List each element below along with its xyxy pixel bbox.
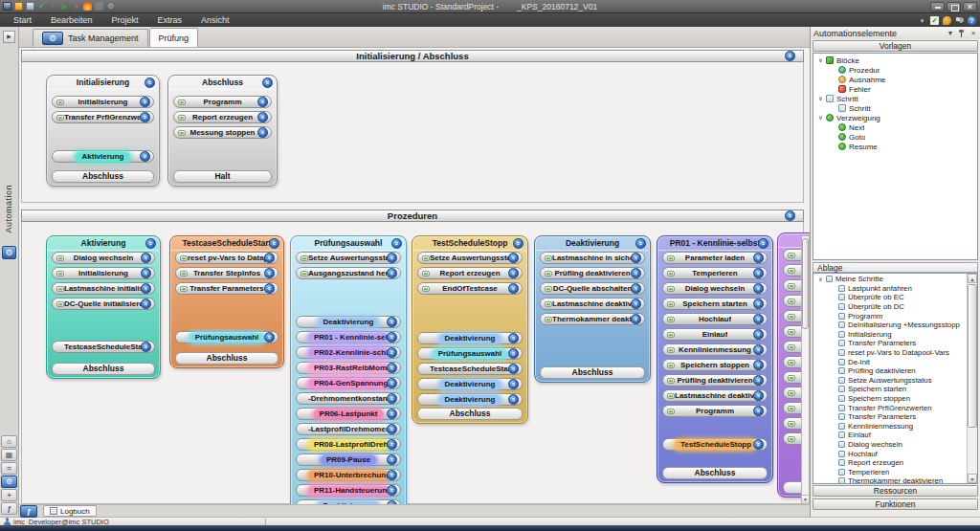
feedback-icon[interactable] <box>943 16 951 25</box>
chevron-down-icon[interactable] <box>753 439 764 450</box>
tree-item[interactable]: Prozedur <box>813 65 977 75</box>
panel-icon[interactable] <box>1 449 17 461</box>
step-lastmaschine-deaktivieren[interactable]: Lastmaschine deaktivieren <box>540 298 645 310</box>
tree-item[interactable]: Prüfling deaktivieren <box>813 366 967 376</box>
chevron-down-icon[interactable] <box>387 439 397 450</box>
chevron-down-icon[interactable] <box>141 283 151 294</box>
chevron-down-icon[interactable] <box>391 238 402 249</box>
connect-icon[interactable] <box>95 2 103 11</box>
step-deaktivierung[interactable]: Deaktivierung <box>296 499 401 504</box>
tree-item[interactable]: Setze Auswertungsstatus <box>813 376 967 386</box>
step-lastmaschine-deaktivieren[interactable]: Lastmaschine deaktivieren <box>662 389 768 402</box>
chevron-down-icon[interactable] <box>508 253 519 263</box>
step-initialisierung[interactable]: Initialisierung <box>52 267 155 279</box>
block-pr01-kennlinie-selbst[interactable]: PR01 - Kennlinie-selbstParameter ladenTe… <box>657 235 773 483</box>
step-speichern-starten[interactable]: Speichern starten <box>662 298 768 310</box>
block-aktivierung[interactable]: AktivierungDialog wechselnInitialisierun… <box>46 235 161 379</box>
chevron-down-icon[interactable] <box>753 299 764 309</box>
step-pr01-kennlinie-selbst[interactable]: PR01 - Kennlinie-selbst <box>296 331 401 343</box>
expander-icon[interactable]: ∨ <box>815 114 826 122</box>
chevron-down-icon[interactable] <box>785 210 795 221</box>
chevron-down-icon[interactable] <box>141 299 151 309</box>
step-report-erzeugen[interactable]: Report erzeugen <box>173 111 272 123</box>
chevron-down-icon[interactable] <box>753 268 764 278</box>
step-lastmaschine-in-sicheren-zustand[interactable]: Lastmaschine in sicheren Zustand <box>540 252 645 264</box>
tree-item[interactable]: Next <box>813 122 977 132</box>
step-lastprofildrehmoment[interactable]: -LastprofilDrehmoment <box>296 423 401 435</box>
menu-extras[interactable]: Extras <box>148 15 192 25</box>
chevron-down-icon[interactable] <box>264 253 275 263</box>
step-deaktivierung[interactable]: Deaktivierung <box>296 316 401 328</box>
block-testschedulestopp[interactable]: TestScheduleStoppSetze Auswertungsstatus… <box>412 235 528 424</box>
expand-arrow-icon[interactable]: ▶ <box>3 31 15 43</box>
scroll-thumb[interactable] <box>968 284 977 428</box>
step-testschedulestopp[interactable]: TestScheduleStopp <box>662 438 768 451</box>
automation-icon[interactable] <box>1 476 17 488</box>
step-prüfling-deaktivieren[interactable]: Prüfling deaktivieren <box>540 267 645 279</box>
validation-icon[interactable] <box>930 16 939 25</box>
step-dialog-wechseln[interactable]: Dialog wechseln <box>52 252 155 264</box>
chevron-down-icon[interactable] <box>145 77 155 88</box>
chevron-down-icon[interactable] <box>387 500 397 504</box>
tree-item[interactable]: Transfer Parameters <box>813 412 967 422</box>
chevron-down-icon[interactable] <box>262 77 273 88</box>
chevron-down-icon[interactable] <box>387 268 397 278</box>
dataproc-icon[interactable] <box>1 489 17 501</box>
chevron-down-icon[interactable] <box>141 253 151 263</box>
chevron-down-icon[interactable] <box>753 390 764 401</box>
automation-icon[interactable] <box>2 246 16 259</box>
tree-item[interactable]: Thermokammer deaktivieren <box>813 476 967 483</box>
canvas-scrollbar[interactable]: ▼ <box>801 235 810 504</box>
expander-icon[interactable]: ∨ <box>815 56 826 64</box>
step-setze-auswertungsstatus[interactable]: Setze Auswertungsstatus <box>417 252 523 264</box>
tab-prüfung[interactable]: Prüfung <box>149 28 199 47</box>
chevron-down-icon[interactable] <box>753 253 764 263</box>
chevron-down-icon[interactable] <box>387 332 397 343</box>
step-prüfungsauswahl[interactable]: Prüfungsauswahl <box>175 331 278 343</box>
vorlagen-button[interactable]: Vorlagen <box>813 40 978 52</box>
ablage-scrollbar[interactable]: ▲ ▼ <box>967 274 977 483</box>
chevron-down-icon[interactable] <box>387 317 397 327</box>
tree-item[interactable]: Ausnahme <box>813 75 977 84</box>
tree-item[interactable]: Transfer Parameters <box>813 339 967 348</box>
step-parameter-laden[interactable]: Parameter laden <box>662 252 768 264</box>
panel-chevron-icon[interactable] <box>918 16 926 25</box>
chevron-down-icon[interactable] <box>387 253 397 263</box>
tree-item[interactable]: Initialisierung <box>813 330 967 340</box>
chevron-down-icon[interactable] <box>753 314 764 324</box>
chevron-down-icon[interactable] <box>387 485 397 496</box>
step-initialisierung[interactable]: Initialisierung <box>52 96 154 108</box>
step-einlauf[interactable]: Einlauf <box>662 328 768 341</box>
screen-icon[interactable] <box>3 2 11 11</box>
block-abschluss[interactable]: AbschlussProgrammReport erzeugenMessung … <box>167 75 278 187</box>
ressourcen-button[interactable]: Ressourcen <box>813 485 978 497</box>
play-icon[interactable] <box>60 2 69 11</box>
step-ausgangszustand-herstellen[interactable]: Ausgangszustand herstellen <box>296 267 401 279</box>
scroll-down-icon[interactable]: ▼ <box>802 495 809 503</box>
step-setze-auswertungsstatus[interactable]: Setze Auswertungsstatus <box>296 252 401 264</box>
step-deaktivierung[interactable]: Deaktivierung <box>417 378 523 390</box>
menu-start[interactable]: Start <box>4 15 41 25</box>
tree-item[interactable]: Transfer PrfIGrenzwerten <box>813 403 967 412</box>
step-endoftestcase[interactable]: EndOfTestcase <box>417 282 523 295</box>
home-icon[interactable] <box>1 435 17 448</box>
step-dc-quelle-initialisieren[interactable]: DC-Quelle initialisieren <box>52 298 155 310</box>
chevron-down-icon[interactable] <box>387 393 397 404</box>
chevron-down-icon[interactable] <box>387 347 397 358</box>
chevron-down-icon[interactable] <box>631 283 641 294</box>
chevron-down-icon[interactable] <box>785 51 795 61</box>
chevron-down-icon[interactable] <box>141 268 151 278</box>
expander-icon[interactable]: ∨ <box>815 276 826 283</box>
step-speichern-stoppen[interactable]: Speichern stoppen <box>662 359 768 371</box>
chevron-down-icon[interactable] <box>508 283 519 294</box>
step-testcaseschedulestart[interactable]: TestcaseScheduleStart <box>52 341 155 353</box>
open-icon[interactable] <box>14 2 23 11</box>
chevron-down-icon[interactable] <box>387 409 397 419</box>
chevron-down-icon[interactable] <box>631 299 641 309</box>
tab-task-management[interactable]: Task Management <box>33 29 148 47</box>
block-prüfungsauswahl[interactable]: PrüfungsauswahlSetze AuswertungsstatusAu… <box>290 235 407 504</box>
block-deaktivierung[interactable]: DeaktivierungLastmaschine in sicheren Zu… <box>534 235 651 383</box>
step-pr06-lastpunkt[interactable]: PR06-Lastpunkt <box>296 408 401 420</box>
close-button[interactable] <box>963 2 977 11</box>
expander-icon[interactable]: ∨ <box>815 95 826 102</box>
